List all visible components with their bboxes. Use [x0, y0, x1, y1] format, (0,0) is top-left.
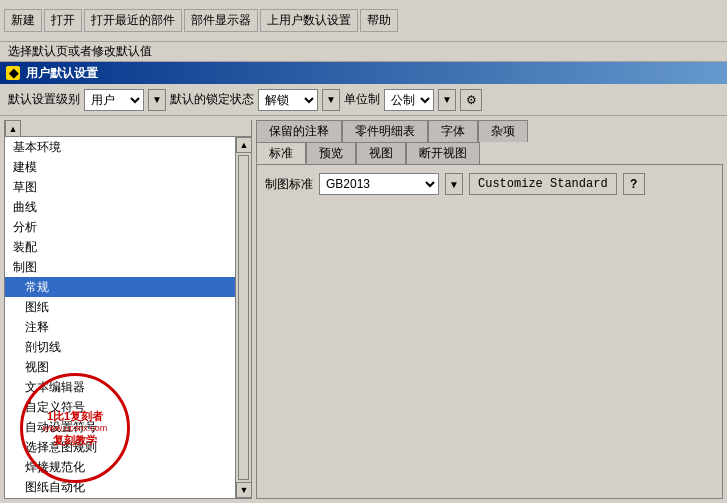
dialog-icon: ◆	[6, 66, 20, 80]
help-toolbar-button[interactable]: 帮助	[360, 9, 398, 32]
tree-item-annotation[interactable]: 注释	[5, 317, 235, 337]
part-display-button[interactable]: 部件显示器	[184, 9, 258, 32]
subtitle-bar: 选择默认页或者修改默认值	[0, 42, 727, 62]
level-dropdown-btn[interactable]: ▼	[148, 89, 166, 111]
unit-dropdown-btn[interactable]: ▼	[438, 89, 456, 111]
standard-select[interactable]: GB2013	[319, 173, 439, 195]
tree-item-custom-symbol[interactable]: 自定义符号	[5, 397, 235, 417]
standard-label: 制图标准	[265, 176, 313, 193]
tree-item-basic-env[interactable]: 基本环境	[5, 137, 235, 157]
scrollbar-down-arrow[interactable]: ▼	[236, 482, 252, 498]
level-label: 默认设置级别	[8, 91, 80, 108]
lock-label: 默认的锁定状态	[170, 91, 254, 108]
new-button[interactable]: 新建	[4, 9, 42, 32]
tabs-row2: 标准 预览 视图 断开视图	[256, 142, 723, 164]
toolbar: 新建 打开 打开最近的部件 部件显示器 上用户数认设置 帮助	[0, 0, 727, 42]
tree-list: 基本环境 建模 草图 曲线 分析 装配 制图	[5, 137, 235, 498]
tree-scrollbar: ▲ ▼	[235, 137, 251, 498]
tree-item-weld-norm[interactable]: 焊接规范化	[5, 457, 235, 477]
tree-content: 基本环境 建模 草图 曲线 分析 装配 制图	[5, 137, 251, 498]
tab-break-view[interactable]: 断开视图	[406, 142, 480, 164]
tree-item-select-intent[interactable]: 选择意图规则	[5, 437, 235, 457]
content-area: 制图标准 GB2013 ▼ Customize Standard ?	[256, 164, 723, 499]
open-button[interactable]: 打开	[44, 9, 82, 32]
tree-item-assembly[interactable]: 装配	[5, 237, 235, 257]
tree-item-modeling[interactable]: 建模	[5, 157, 235, 177]
user-settings-button[interactable]: 上用户数认设置	[260, 9, 358, 32]
scrollbar-up-arrow[interactable]: ▲	[236, 137, 252, 153]
right-panel: 保留的注释 零件明细表 字体 杂项 标准 预览 视图 断开视	[256, 120, 723, 499]
tab-view[interactable]: 视图	[356, 142, 406, 164]
tree-item-sketch[interactable]: 草图	[5, 177, 235, 197]
standard-dropdown-btn[interactable]: ▼	[445, 173, 463, 195]
header-row: 默认设置级别 用户 ▼ 默认的锁定状态 解锁 ▼ 单位制 公制 ▼ ⚙	[0, 84, 727, 116]
tree-item-analysis[interactable]: 分析	[5, 217, 235, 237]
dialog-title-bar: ◆ 用户默认设置	[0, 62, 727, 84]
tab-preview[interactable]: 预览	[306, 142, 356, 164]
tree-scroll-up[interactable]: ▲	[5, 120, 21, 137]
level-select[interactable]: 用户	[84, 89, 144, 111]
tree-item-text-editor[interactable]: 文本编辑器	[5, 377, 235, 397]
tree-item-view[interactable]: 视图	[5, 357, 235, 377]
lock-dropdown-btn[interactable]: ▼	[322, 89, 340, 111]
left-panel: ▲ 基本环境 建模 草图 曲线 分析	[4, 120, 252, 499]
help-button[interactable]: ?	[623, 173, 645, 195]
settings-icon-btn[interactable]: ⚙	[460, 89, 482, 111]
tree-item-curve[interactable]: 曲线	[5, 197, 235, 217]
customize-standard-button[interactable]: Customize Standard	[469, 173, 617, 195]
tree-item-general[interactable]: 常规	[5, 277, 235, 297]
subtitle-text: 选择默认页或者修改默认值	[8, 43, 152, 60]
tab-misc[interactable]: 杂项	[478, 120, 528, 142]
tree-item-drawing[interactable]: 制图	[5, 257, 235, 277]
unit-label: 单位制	[344, 91, 380, 108]
tree-item-auto-symbol[interactable]: 自动设置符号	[5, 417, 235, 437]
scrollbar-thumb[interactable]	[238, 155, 249, 480]
tab-reserved-annotations[interactable]: 保留的注释	[256, 120, 342, 142]
tree-item-sheet[interactable]: 图纸	[5, 297, 235, 317]
open-recent-button[interactable]: 打开最近的部件	[84, 9, 182, 32]
lock-select[interactable]: 解锁	[258, 89, 318, 111]
tree-item-section-line[interactable]: 剖切线	[5, 337, 235, 357]
tree-item-drawing-auto[interactable]: 图纸自动化	[5, 477, 235, 497]
main-area: ▲ 基本环境 建模 草图 曲线 分析	[0, 116, 727, 503]
unit-select[interactable]: 公制	[384, 89, 434, 111]
standard-row: 制图标准 GB2013 ▼ Customize Standard ?	[265, 173, 714, 195]
tab-standard[interactable]: 标准	[256, 142, 306, 164]
tab-parts-list[interactable]: 零件明细表	[342, 120, 428, 142]
tab-font[interactable]: 字体	[428, 120, 478, 142]
dialog-title: 用户默认设置	[26, 65, 98, 82]
tree-header: ▲	[5, 120, 251, 137]
tabs-row1: 保留的注释 零件明细表 字体 杂项	[256, 120, 723, 142]
